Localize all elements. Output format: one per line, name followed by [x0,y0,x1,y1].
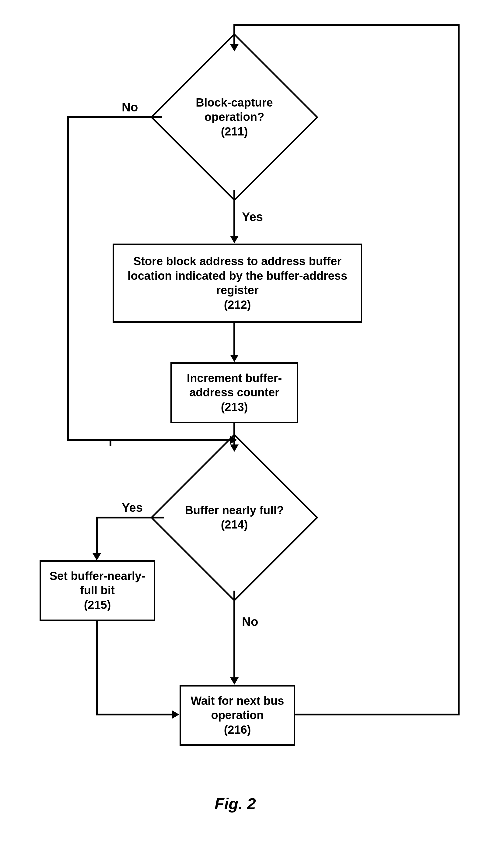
edge-214-no-label: No [242,615,258,629]
process-216: Wait for next bus operation (216) [180,685,295,746]
flowchart-canvas: Block-capture operation? (211) Store blo… [0,0,504,864]
figure-caption: Fig. 2 [215,795,256,813]
edge-214-yes-label: Yes [122,501,143,515]
process-212: Store block address to address buffer lo… [112,243,362,323]
edge-211-no-label: No [122,100,138,114]
process-213: Increment buffer-address counter (213) [170,362,298,423]
edge-211-yes-label: Yes [242,210,263,224]
process-215: Set buffer-nearly-full bit (215) [39,560,155,621]
